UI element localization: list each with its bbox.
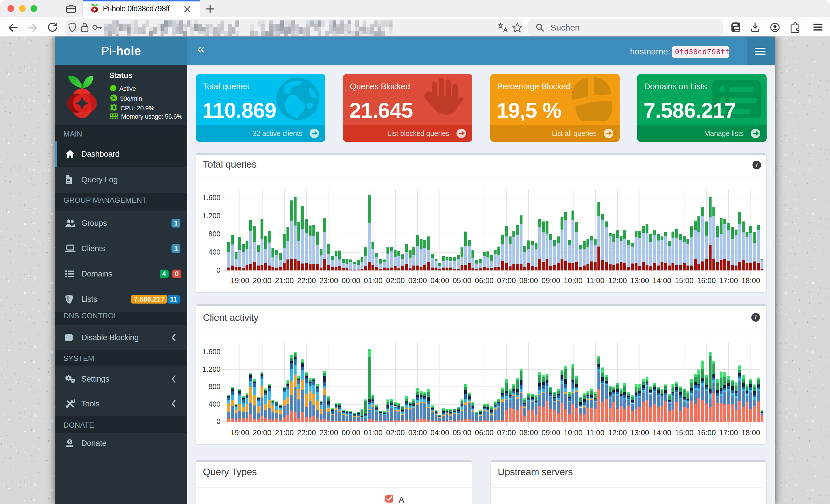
svg-text:17:00: 17:00 xyxy=(719,276,738,285)
svg-text:22:00: 22:00 xyxy=(297,276,316,285)
svg-text:10:00: 10:00 xyxy=(564,276,582,285)
svg-text:04:00: 04:00 xyxy=(430,428,449,437)
svg-text:800: 800 xyxy=(209,382,220,391)
svg-text:00:00: 00:00 xyxy=(342,276,360,285)
svg-text:23:00: 23:00 xyxy=(319,276,338,285)
svg-text:08:00: 08:00 xyxy=(519,428,538,437)
svg-text:12:00: 12:00 xyxy=(608,428,627,437)
svg-text:14:00: 14:00 xyxy=(652,276,671,285)
svg-text:07:00: 07:00 xyxy=(497,428,516,437)
svg-text:11:00: 11:00 xyxy=(586,428,604,437)
svg-text:15:00: 15:00 xyxy=(675,428,693,437)
svg-text:23:00: 23:00 xyxy=(319,428,338,437)
svg-text:02:00: 02:00 xyxy=(386,276,405,285)
svg-text:18:00: 18:00 xyxy=(741,428,760,437)
svg-text:00:00: 00:00 xyxy=(342,428,360,437)
svg-text:1.200: 1.200 xyxy=(202,365,220,373)
svg-text:17:00: 17:00 xyxy=(719,428,738,437)
svg-text:400: 400 xyxy=(209,248,220,256)
svg-text:A: A xyxy=(504,27,508,33)
svg-text:12:00: 12:00 xyxy=(608,276,627,285)
svg-text:07:00: 07:00 xyxy=(497,276,516,285)
svg-text:04:00: 04:00 xyxy=(430,276,449,285)
svg-text:06:00: 06:00 xyxy=(475,276,494,285)
svg-text:1.600: 1.600 xyxy=(202,348,220,356)
svg-text:21:00: 21:00 xyxy=(275,276,294,285)
svg-text:0: 0 xyxy=(217,417,220,425)
svg-text:1.600: 1.600 xyxy=(202,194,220,202)
svg-text:16:00: 16:00 xyxy=(697,276,716,285)
svg-text:13:00: 13:00 xyxy=(630,428,649,437)
svg-text:20:00: 20:00 xyxy=(253,276,272,285)
svg-text:09:00: 09:00 xyxy=(542,428,560,437)
svg-text:02:00: 02:00 xyxy=(386,428,405,437)
svg-text:05:00: 05:00 xyxy=(453,276,472,285)
svg-text:22:00: 22:00 xyxy=(297,428,316,437)
svg-text:01:00: 01:00 xyxy=(364,428,382,437)
svg-text:800: 800 xyxy=(209,230,220,238)
svg-text:18:00: 18:00 xyxy=(741,276,760,285)
svg-text:0: 0 xyxy=(217,266,220,274)
svg-text:21:00: 21:00 xyxy=(275,428,294,437)
svg-text:20:00: 20:00 xyxy=(253,428,272,437)
svg-text:05:00: 05:00 xyxy=(453,428,472,437)
svg-text:08:00: 08:00 xyxy=(519,276,538,285)
svg-text:03:00: 03:00 xyxy=(408,276,427,285)
svg-text:19:00: 19:00 xyxy=(230,276,249,285)
svg-text:09:00: 09:00 xyxy=(542,276,560,285)
svg-text:1.200: 1.200 xyxy=(202,212,220,220)
svg-text:19:00: 19:00 xyxy=(230,428,249,437)
svg-text:06:00: 06:00 xyxy=(475,428,494,437)
svg-text:400: 400 xyxy=(209,400,220,408)
svg-text:15:00: 15:00 xyxy=(675,276,693,285)
svg-text:16:00: 16:00 xyxy=(697,428,716,437)
svg-text:11:00: 11:00 xyxy=(586,276,604,285)
svg-text:13:00: 13:00 xyxy=(630,276,649,285)
svg-text:01:00: 01:00 xyxy=(364,276,382,285)
svg-text:10:00: 10:00 xyxy=(564,428,582,437)
svg-text:14:00: 14:00 xyxy=(652,428,671,437)
svg-text:03:00: 03:00 xyxy=(408,428,427,437)
